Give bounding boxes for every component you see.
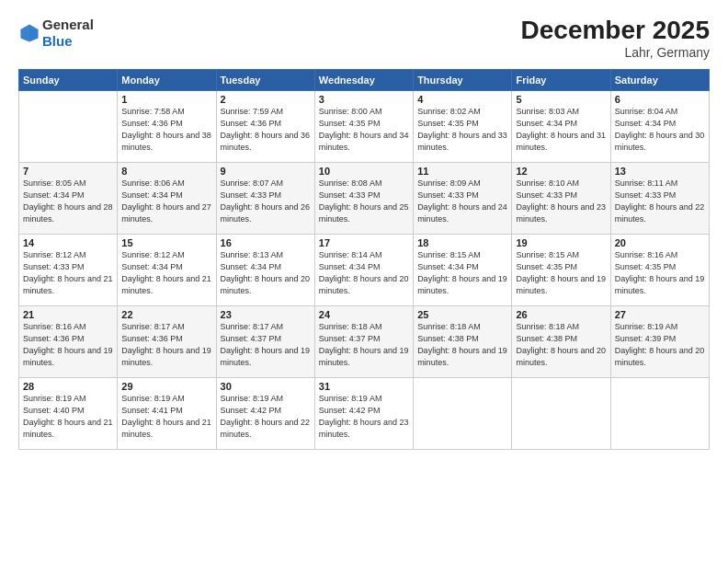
calendar-cell: 16Sunrise: 8:13 AMSunset: 4:34 PMDayligh… <box>216 234 314 305</box>
calendar-cell: 1Sunrise: 7:58 AMSunset: 4:36 PMDaylight… <box>118 90 216 162</box>
day-number: 20 <box>615 237 705 248</box>
sunset-label: Sunset: 4:34 PM <box>319 262 381 271</box>
sunset-label: Sunset: 4:36 PM <box>121 119 183 128</box>
day-info: Sunrise: 8:19 AMSunset: 4:42 PMDaylight:… <box>319 393 409 441</box>
daylight-label: Daylight: 8 hours and 19 minutes. <box>23 346 113 367</box>
sunrise-label: Sunrise: 8:17 AM <box>221 322 284 331</box>
day-info: Sunrise: 8:16 AMSunset: 4:36 PMDaylight:… <box>23 321 113 369</box>
daylight-label: Daylight: 8 hours and 19 minutes. <box>615 274 705 295</box>
sunrise-label: Sunrise: 8:02 AM <box>417 107 481 116</box>
sunrise-label: Sunrise: 8:16 AM <box>23 322 86 331</box>
day-info: Sunrise: 8:18 AMSunset: 4:37 PMDaylight:… <box>319 321 409 369</box>
sunset-label: Sunset: 4:34 PM <box>121 190 183 200</box>
calendar-cell: 7Sunrise: 8:05 AMSunset: 4:34 PMDaylight… <box>19 162 118 234</box>
day-info: Sunrise: 8:07 AMSunset: 4:33 PMDaylight:… <box>221 178 311 225</box>
daylight-label: Daylight: 8 hours and 31 minutes. <box>516 131 606 152</box>
day-number: 4 <box>417 94 507 105</box>
calendar-cell: 29Sunrise: 8:19 AMSunset: 4:41 PMDayligh… <box>118 377 216 449</box>
calendar-cell: 11Sunrise: 8:09 AMSunset: 4:33 PMDayligh… <box>414 162 512 234</box>
sunset-label: Sunset: 4:34 PM <box>23 190 85 200</box>
sunset-label: Sunset: 4:36 PM <box>221 119 282 128</box>
day-info: Sunrise: 8:18 AMSunset: 4:38 PMDaylight:… <box>417 321 507 369</box>
calendar-cell: 2Sunrise: 7:59 AMSunset: 4:36 PMDaylight… <box>216 90 314 162</box>
day-info: Sunrise: 8:05 AMSunset: 4:34 PMDaylight:… <box>23 178 113 225</box>
header-row: Sunday Monday Tuesday Wednesday Thursday… <box>19 69 710 90</box>
header-tuesday: Tuesday <box>216 69 314 90</box>
daylight-label: Daylight: 8 hours and 23 minutes. <box>516 202 606 224</box>
daylight-label: Daylight: 8 hours and 21 minutes. <box>121 274 211 295</box>
sunrise-label: Sunrise: 8:16 AM <box>615 250 678 259</box>
daylight-label: Daylight: 8 hours and 19 minutes. <box>516 274 606 295</box>
day-number: 11 <box>417 166 507 177</box>
sunrise-label: Sunrise: 7:58 AM <box>121 107 185 116</box>
sunset-label: Sunset: 4:33 PM <box>516 190 577 200</box>
daylight-label: Daylight: 8 hours and 22 minutes. <box>221 418 311 439</box>
sunrise-label: Sunrise: 8:19 AM <box>319 394 382 403</box>
header-monday: Monday <box>118 69 216 90</box>
logo-blue: Blue <box>42 33 73 49</box>
sunrise-label: Sunrise: 8:17 AM <box>121 322 185 331</box>
calendar-cell: 19Sunrise: 8:15 AMSunset: 4:35 PMDayligh… <box>512 234 610 305</box>
daylight-label: Daylight: 8 hours and 19 minutes. <box>121 346 211 367</box>
sunrise-label: Sunrise: 7:59 AM <box>221 107 284 116</box>
calendar-cell: 28Sunrise: 8:19 AMSunset: 4:40 PMDayligh… <box>19 377 118 449</box>
sunset-label: Sunset: 4:37 PM <box>319 334 381 343</box>
daylight-label: Daylight: 8 hours and 23 minutes. <box>319 418 409 439</box>
sunrise-label: Sunrise: 8:00 AM <box>319 107 382 116</box>
day-number: 28 <box>23 381 113 392</box>
calendar-cell: 18Sunrise: 8:15 AMSunset: 4:34 PMDayligh… <box>414 234 512 305</box>
day-number: 22 <box>121 309 211 320</box>
day-number: 2 <box>221 94 311 105</box>
day-number: 12 <box>516 166 606 177</box>
sunset-label: Sunset: 4:36 PM <box>23 334 85 343</box>
day-number: 19 <box>516 237 606 248</box>
day-info: Sunrise: 8:15 AMSunset: 4:35 PMDaylight:… <box>516 249 606 297</box>
calendar-cell: 17Sunrise: 8:14 AMSunset: 4:34 PMDayligh… <box>314 234 413 305</box>
day-info: Sunrise: 8:17 AMSunset: 4:36 PMDaylight:… <box>121 321 211 369</box>
calendar-cell: 9Sunrise: 8:07 AMSunset: 4:33 PMDaylight… <box>216 162 314 234</box>
daylight-label: Daylight: 8 hours and 19 minutes. <box>319 346 409 367</box>
daylight-label: Daylight: 8 hours and 20 minutes. <box>516 346 606 367</box>
calendar-cell: 13Sunrise: 8:11 AMSunset: 4:33 PMDayligh… <box>610 162 709 234</box>
calendar-title: December 2025 <box>521 17 710 45</box>
day-number: 24 <box>319 309 409 320</box>
daylight-label: Daylight: 8 hours and 25 minutes. <box>319 202 409 224</box>
day-number: 27 <box>615 309 705 320</box>
sunset-label: Sunset: 4:38 PM <box>516 334 577 343</box>
daylight-label: Daylight: 8 hours and 36 minutes. <box>221 131 311 152</box>
sunrise-label: Sunrise: 8:08 AM <box>319 178 382 188</box>
day-number: 17 <box>319 237 409 248</box>
header-friday: Friday <box>512 69 610 90</box>
day-info: Sunrise: 8:15 AMSunset: 4:34 PMDaylight:… <box>417 249 507 297</box>
day-number: 15 <box>121 237 211 248</box>
day-info: Sunrise: 8:11 AMSunset: 4:33 PMDaylight:… <box>615 178 705 225</box>
logo-icon <box>18 22 40 44</box>
calendar-cell: 25Sunrise: 8:18 AMSunset: 4:38 PMDayligh… <box>414 305 512 377</box>
logo-text: General Blue <box>42 17 94 50</box>
sunset-label: Sunset: 4:37 PM <box>221 334 282 343</box>
daylight-label: Daylight: 8 hours and 21 minutes. <box>23 418 113 439</box>
sunrise-label: Sunrise: 8:12 AM <box>121 250 185 259</box>
day-info: Sunrise: 8:08 AMSunset: 4:33 PMDaylight:… <box>319 178 409 225</box>
day-number: 8 <box>121 166 211 177</box>
header-saturday: Saturday <box>610 69 709 90</box>
daylight-label: Daylight: 8 hours and 22 minutes. <box>615 202 705 224</box>
sunrise-label: Sunrise: 8:14 AM <box>319 250 382 259</box>
day-info: Sunrise: 8:16 AMSunset: 4:35 PMDaylight:… <box>615 249 705 297</box>
day-number: 1 <box>121 94 211 105</box>
day-info: Sunrise: 8:19 AMSunset: 4:41 PMDaylight:… <box>121 393 211 441</box>
daylight-label: Daylight: 8 hours and 19 minutes. <box>417 346 507 367</box>
calendar-week-2: 7Sunrise: 8:05 AMSunset: 4:34 PMDaylight… <box>19 162 710 234</box>
day-number: 30 <box>221 381 311 392</box>
sunset-label: Sunset: 4:38 PM <box>417 334 479 343</box>
title-block: December 2025 Lahr, Germany <box>521 17 710 60</box>
daylight-label: Daylight: 8 hours and 19 minutes. <box>417 274 507 295</box>
sunset-label: Sunset: 4:35 PM <box>319 119 381 128</box>
sunrise-label: Sunrise: 8:12 AM <box>23 250 86 259</box>
day-number: 21 <box>23 309 113 320</box>
sunrise-label: Sunrise: 8:19 AM <box>121 394 185 403</box>
sunrise-label: Sunrise: 8:10 AM <box>516 178 579 188</box>
calendar-week-3: 14Sunrise: 8:12 AMSunset: 4:33 PMDayligh… <box>19 234 710 305</box>
sunset-label: Sunset: 4:33 PM <box>319 190 381 200</box>
daylight-label: Daylight: 8 hours and 27 minutes. <box>121 202 211 224</box>
